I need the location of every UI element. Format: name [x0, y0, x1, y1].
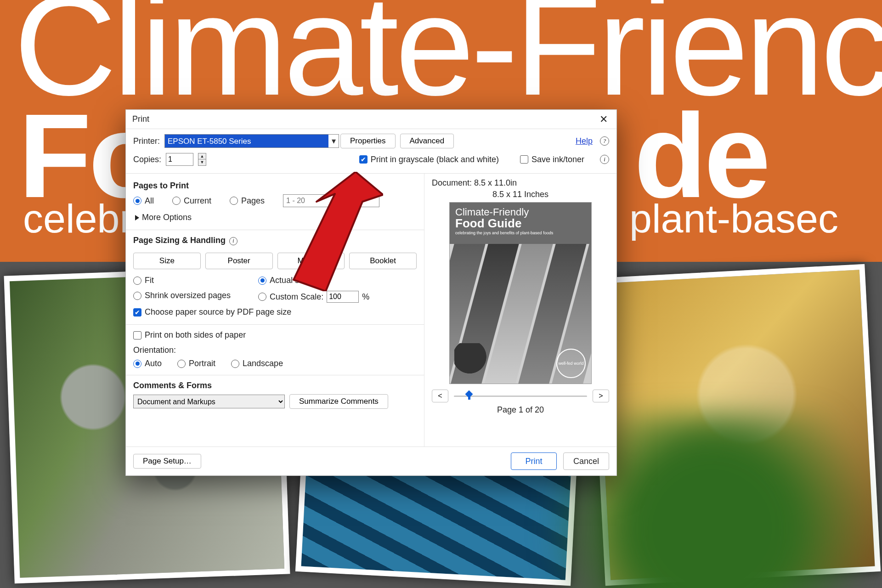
custom-scale-radio[interactable]: Custom Scale: %: [258, 291, 369, 303]
summarize-comments-button[interactable]: Summarize Comments: [289, 394, 388, 409]
tab-poster[interactable]: Poster: [205, 253, 273, 269]
orientation-auto-radio[interactable]: Auto: [133, 359, 162, 368]
page-setup-button[interactable]: Page Setup…: [133, 454, 201, 469]
cancel-button[interactable]: Cancel: [563, 452, 609, 470]
document-dimensions: Document: 8.5 x 11.0in: [432, 178, 609, 188]
save-ink-label: Save ink/toner: [531, 155, 584, 164]
tab-size[interactable]: Size: [133, 253, 201, 269]
spinner-down-icon[interactable]: ▼: [198, 159, 206, 165]
pages-heading: Pages to Print: [133, 181, 417, 191]
radio-icon: [133, 360, 141, 368]
grayscale-checkbox[interactable]: ✔: [359, 155, 368, 164]
print-dialog: Print ✕ Printer: EPSON ET-5850 Series ▾ …: [125, 109, 617, 476]
help-link[interactable]: Help: [576, 136, 593, 146]
advanced-button[interactable]: Advanced: [400, 134, 454, 148]
radio-icon: [230, 197, 238, 205]
radio-icon: [172, 197, 181, 205]
tab-booklet[interactable]: Booklet: [349, 253, 417, 269]
print-preview: Climate-Friendly Food Guide celebrating …: [449, 202, 592, 384]
slider-thumb-icon[interactable]: [465, 391, 473, 401]
save-ink-checkbox[interactable]: [520, 155, 528, 164]
dialog-titlebar: Print ✕: [126, 110, 616, 129]
pages-current-radio[interactable]: Current: [172, 196, 211, 206]
sizing-info-icon[interactable]: i: [229, 237, 237, 245]
radio-icon: [133, 197, 141, 205]
save-ink-info-icon[interactable]: i: [600, 155, 609, 164]
radio-icon: [133, 292, 141, 300]
radio-icon: [177, 360, 186, 368]
orientation-heading: Orientation:: [133, 345, 417, 355]
choose-source-row[interactable]: ✔ Choose paper source by PDF page size: [133, 307, 417, 317]
spinner-up-icon[interactable]: ▲: [198, 153, 206, 159]
choose-source-checkbox[interactable]: ✔: [133, 308, 141, 317]
top-controls: Printer: EPSON ET-5850 Series ▾ Properti…: [126, 129, 616, 174]
comments-select[interactable]: Document and Markups: [133, 395, 285, 408]
properties-button[interactable]: Properties: [340, 134, 395, 148]
dialog-title: Print: [132, 114, 149, 124]
duplex-row[interactable]: Print on both sides of paper: [133, 330, 417, 340]
custom-scale-input[interactable]: [327, 291, 359, 303]
copies-input[interactable]: [166, 153, 193, 166]
radio-icon: [258, 293, 266, 301]
preview-title-bold: Food Guide: [455, 216, 586, 231]
radio-icon: [258, 277, 266, 285]
preview-next-button[interactable]: >: [593, 390, 609, 402]
preview-subtitle: celebrating the joys and benefits of pla…: [455, 231, 586, 235]
page-dimensions: 8.5 x 11 Inches: [432, 190, 609, 199]
pages-range-radio[interactable]: Pages: [230, 196, 265, 206]
preview-prev-button[interactable]: <: [432, 390, 448, 402]
orientation-portrait-radio[interactable]: Portrait: [177, 359, 215, 368]
bg-subtitle-left: celebr: [23, 195, 133, 242]
radio-icon: [231, 360, 239, 368]
sizing-heading: Page Sizing & Handling: [133, 236, 226, 245]
radio-icon: [133, 277, 141, 285]
print-button[interactable]: Print: [511, 452, 557, 470]
fit-radio[interactable]: Fit: [133, 276, 231, 285]
tab-multiple[interactable]: Multiple: [277, 253, 345, 269]
orientation-landscape-radio[interactable]: Landscape: [231, 359, 283, 368]
pages-range-input[interactable]: [283, 194, 379, 207]
save-ink-checkbox-row[interactable]: Save ink/toner: [520, 155, 584, 164]
comments-heading: Comments & Forms: [133, 381, 417, 390]
grayscale-checkbox-row[interactable]: ✔ Print in grayscale (black and white): [359, 155, 499, 164]
more-options-toggle[interactable]: More Options: [135, 213, 417, 222]
actual-size-radio[interactable]: Actual size: [258, 276, 369, 285]
pages-all-radio[interactable]: All: [133, 196, 154, 206]
triangle-right-icon: [135, 215, 139, 220]
copies-spinner[interactable]: ▲ ▼: [198, 153, 206, 166]
shrink-radio[interactable]: Shrink oversized pages: [133, 291, 231, 300]
grayscale-label: Print in grayscale (black and white): [371, 155, 499, 164]
printer-label: Printer:: [133, 136, 160, 146]
preview-slider[interactable]: [454, 391, 587, 401]
bg-subtitle-right: plant-basec: [629, 195, 838, 242]
duplex-checkbox[interactable]: [133, 331, 141, 339]
printer-select[interactable]: EPSON ET-5850 Series: [164, 134, 339, 148]
help-info-icon[interactable]: ?: [600, 136, 609, 146]
close-button[interactable]: ✕: [597, 113, 610, 125]
page-indicator: Page 1 of 20: [432, 405, 609, 415]
preview-grapes-icon: [454, 343, 488, 377]
copies-label: Copies:: [133, 155, 161, 164]
preview-logo-icon: well-fed world: [556, 349, 586, 378]
